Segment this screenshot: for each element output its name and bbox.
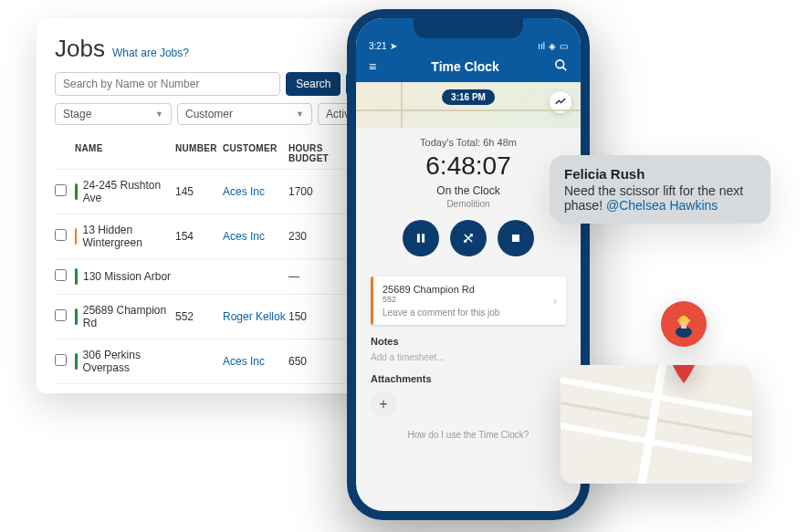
table-header: NAME NUMBER CUSTOMER HOURS BUDGET bbox=[55, 136, 393, 170]
stage-select[interactable]: Stage▼ bbox=[55, 103, 172, 125]
svg-rect-10 bbox=[677, 319, 690, 322]
job-name: 130 Mission Arbor bbox=[83, 270, 171, 283]
chevron-right-icon: › bbox=[553, 295, 557, 308]
status-bar-icon bbox=[75, 183, 78, 200]
help-text[interactable]: How do I use the Time Clock? bbox=[356, 430, 581, 440]
search-button[interactable]: Search bbox=[286, 72, 341, 96]
table-row[interactable]: 306 Perkins Overpass Aces Inc 650 bbox=[55, 339, 393, 384]
job-name: 13 Hidden Wintergreen bbox=[82, 224, 175, 249]
search-icon[interactable] bbox=[554, 58, 568, 75]
wifi-icon: ◈ bbox=[549, 41, 556, 51]
job-name: 306 Perkins Overpass bbox=[83, 349, 175, 374]
stop-button[interactable] bbox=[498, 220, 534, 256]
budget-value: — bbox=[288, 270, 343, 283]
menu-icon[interactable]: ≡ bbox=[369, 59, 376, 74]
svg-rect-3 bbox=[422, 234, 424, 242]
current-job-card[interactable]: 25689 Champion Rd 552 Leave a comment fo… bbox=[371, 276, 566, 325]
map-card[interactable] bbox=[561, 365, 752, 484]
table-row[interactable]: 130 Mission Arbor — bbox=[55, 259, 393, 295]
time-pill: 3:16 PM bbox=[442, 89, 495, 105]
table-row[interactable]: 13 Hidden Wintergreen 154 Aces Inc 230 bbox=[55, 214, 393, 259]
row-checkbox[interactable] bbox=[55, 269, 67, 281]
svg-line-1 bbox=[562, 67, 566, 70]
phone-notch bbox=[414, 18, 523, 38]
status-bar-icon bbox=[75, 353, 78, 370]
customer-select[interactable]: Customer▼ bbox=[177, 103, 312, 125]
budget-value: 150 bbox=[288, 310, 343, 323]
customer-link[interactable]: Aces Inc bbox=[223, 230, 288, 243]
help-link[interactable]: What are Jobs? bbox=[112, 47, 189, 59]
job-name: 25689 Champion Rd bbox=[83, 304, 175, 329]
svg-rect-6 bbox=[512, 235, 519, 242]
phone-frame: 3:21➤ ııl◈▭ ≡ Time Clock 3:16 PM Today's… bbox=[347, 9, 590, 520]
add-timesheet-hint[interactable]: Add a timesheet... bbox=[356, 350, 581, 370]
activity-icon[interactable] bbox=[550, 91, 571, 113]
location-icon: ➤ bbox=[390, 41, 397, 51]
map-strip[interactable]: 3:16 PM bbox=[356, 82, 581, 128]
app-bar: ≡ Time Clock bbox=[356, 51, 581, 82]
status-bar-icon bbox=[75, 228, 77, 245]
table-row[interactable]: 24-245 Rushton Ave 145 Aces Inc 1700 bbox=[55, 170, 393, 214]
budget-value: 1700 bbox=[288, 185, 343, 198]
chat-mention[interactable]: @Chelsea Hawkins bbox=[606, 198, 718, 213]
timer-value: 6:48:07 bbox=[371, 151, 566, 181]
notes-section-label: Notes bbox=[356, 332, 581, 350]
job-name: 24-245 Rushton Ave bbox=[83, 179, 175, 204]
pause-button[interactable] bbox=[403, 220, 439, 256]
page-title: Jobs bbox=[55, 35, 105, 63]
row-checkbox[interactable] bbox=[55, 184, 67, 196]
svg-point-0 bbox=[556, 60, 564, 68]
budget-value: 230 bbox=[288, 230, 343, 243]
table-row[interactable]: 25689 Champion Rd 552 Roger Kellok 150 bbox=[55, 295, 393, 339]
chevron-down-icon: ▼ bbox=[155, 110, 163, 119]
row-checkbox[interactable] bbox=[55, 354, 67, 366]
screen-title: Time Clock bbox=[431, 59, 498, 74]
job-number: 154 bbox=[175, 230, 223, 243]
task-label: Demolition bbox=[371, 199, 566, 209]
customer-link[interactable]: Aces Inc bbox=[223, 355, 288, 368]
signal-icon: ııl bbox=[538, 41, 545, 51]
map-pin-icon bbox=[670, 365, 697, 383]
attachments-section-label: Attachments bbox=[356, 370, 581, 388]
job-number: 552 bbox=[175, 310, 223, 323]
today-total-label: Today's Total: 6h 48m bbox=[371, 137, 566, 148]
search-input[interactable] bbox=[55, 72, 280, 96]
row-checkbox[interactable] bbox=[55, 309, 67, 321]
customer-link[interactable]: Roger Kellok bbox=[223, 310, 288, 323]
battery-icon: ▭ bbox=[560, 41, 568, 51]
chevron-down-icon: ▼ bbox=[296, 110, 304, 119]
svg-rect-2 bbox=[417, 234, 420, 242]
customer-link[interactable]: Aces Inc bbox=[223, 185, 288, 198]
chat-sender: Felicia Rush bbox=[564, 166, 756, 182]
row-checkbox[interactable] bbox=[55, 229, 67, 241]
budget-value: 650 bbox=[288, 355, 343, 368]
clock-status: On the Clock bbox=[371, 184, 566, 197]
status-bar-icon bbox=[75, 308, 78, 325]
worker-avatar-icon bbox=[661, 301, 707, 347]
job-number: 145 bbox=[175, 185, 223, 198]
status-bar-icon bbox=[75, 268, 78, 285]
switch-button[interactable] bbox=[450, 220, 487, 256]
add-attachment-button[interactable]: + bbox=[371, 391, 396, 417]
chat-bubble: Felicia Rush Need the scissor lift for t… bbox=[550, 155, 770, 224]
